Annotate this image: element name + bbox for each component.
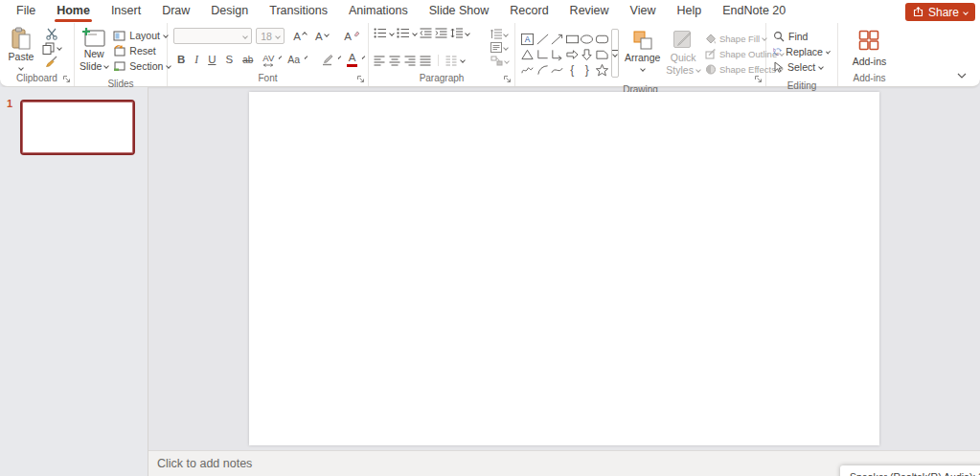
shape-elbow-connector-icon[interactable] [536,47,551,62]
bullets-button[interactable] [374,28,387,38]
quick-styles-button[interactable]: Quick Styles [663,27,703,81]
copy-button[interactable] [42,42,61,55]
numbering-button[interactable] [397,28,410,38]
shape-rounded-rectangle-icon[interactable] [595,32,610,47]
convert-smartart-button[interactable] [488,56,511,66]
arrange-button[interactable]: Arrange [622,27,663,81]
character-spacing-button[interactable]: AV [259,52,278,68]
arrange-dropdown-icon[interactable] [640,66,646,72]
shape-oval-icon[interactable] [580,32,595,47]
shape-snip-corner-rectangle-icon[interactable] [595,47,610,62]
align-right-button[interactable] [404,56,416,66]
strikethrough-button[interactable]: ab [239,54,257,66]
bullets-dropdown-icon[interactable] [389,31,395,36]
paragraph-dialog-launcher-icon[interactable] [503,75,512,83]
tab-slide-show[interactable]: Slide Show [419,0,500,23]
font-dialog-launcher-icon[interactable] [356,75,365,83]
increase-font-size-button[interactable]: A [289,30,310,43]
tab-insert[interactable]: Insert [101,0,151,23]
quick-styles-dropdown-icon[interactable] [695,67,701,73]
font-color-button[interactable]: A [343,52,361,69]
clipboard-dialog-launcher-icon[interactable] [62,75,71,83]
decrease-font-size-button[interactable]: A [311,30,332,43]
text-direction-dropdown-icon[interactable] [503,32,509,37]
section-button[interactable]: Section [113,58,171,74]
tab-animations[interactable]: Animations [338,0,419,23]
select-button[interactable]: Select [773,59,833,75]
share-dropdown-icon[interactable] [963,10,969,15]
find-button[interactable]: Find [773,29,833,44]
select-dropdown-icon[interactable] [818,64,824,70]
copy-dropdown-icon[interactable] [57,45,62,51]
drawing-dialog-launcher-icon[interactable] [754,75,763,83]
align-text-dropdown-icon[interactable] [503,45,509,51]
shape-line-icon[interactable] [536,32,551,47]
underline-button[interactable]: U [204,53,219,66]
change-case-button[interactable]: Aa [284,53,304,66]
columns-dropdown-icon[interactable] [460,57,466,63]
slide-thumbnail[interactable] [20,100,135,155]
shape-left-brace-icon[interactable]: { [565,62,581,78]
shape-gallery-more-button[interactable] [611,29,619,78]
align-text-button[interactable] [488,42,511,53]
bold-button[interactable]: B [173,53,189,66]
share-button[interactable]: Share [905,3,975,21]
character-spacing-dropdown-icon[interactable] [279,56,283,59]
shape-arc-icon[interactable] [536,62,551,78]
replace-dropdown-icon[interactable] [826,49,831,54]
tab-transitions[interactable]: Transitions [259,0,338,23]
text-direction-button[interactable] [488,29,511,39]
italic-button[interactable]: I [191,53,202,66]
new-slide-dropdown-icon[interactable] [104,63,110,69]
decrease-indent-button[interactable] [420,28,432,38]
reset-button[interactable]: Reset [113,43,171,58]
new-slide-button[interactable]: New Slide [77,25,111,78]
shape-arrow-right-icon[interactable] [565,47,581,62]
line-spacing-dropdown-icon[interactable] [465,31,470,36]
shape-arrow-down-icon[interactable] [580,47,595,62]
paste-button[interactable]: Paste [2,25,40,72]
tab-design[interactable]: Design [200,0,259,23]
shape-triangle-icon[interactable] [520,47,536,62]
clear-formatting-button[interactable]: A [340,30,364,43]
text-highlight-dropdown-icon[interactable] [338,56,342,59]
tab-help[interactable]: Help [666,0,712,23]
shape-right-brace-icon[interactable]: } [580,62,595,78]
layout-button[interactable]: Layout [113,28,171,43]
collapse-ribbon-icon[interactable] [957,73,967,79]
format-painter-button[interactable] [42,56,61,68]
shape-rectangle-icon[interactable] [565,32,581,47]
replace-button[interactable]: bc Replace [773,44,833,59]
increase-indent-button[interactable] [435,28,447,38]
text-shadow-button[interactable]: S [221,53,237,66]
tab-endnote[interactable]: EndNote 20 [712,0,796,23]
shape-scribble-icon[interactable] [520,62,536,78]
align-center-button[interactable] [389,56,400,66]
font-color-dropdown-icon[interactable] [362,56,366,59]
paste-dropdown-icon[interactable] [18,65,24,71]
tab-file[interactable]: File [6,0,46,23]
slide-editing-surface[interactable] [249,92,879,445]
align-left-button[interactable] [374,56,385,66]
shape-textbox-icon[interactable]: A [520,32,536,47]
tab-draw[interactable]: Draw [151,0,200,23]
cut-button[interactable] [42,28,61,40]
tab-record[interactable]: Record [499,0,558,23]
columns-button[interactable] [445,56,457,66]
shape-elbow-arrow-connector-icon[interactable] [550,47,565,62]
numbering-dropdown-icon[interactable] [412,31,418,36]
addins-button[interactable]: Add-ins [850,25,890,72]
line-spacing-button[interactable] [450,28,463,38]
tab-view[interactable]: View [620,0,667,23]
shape-arrow-icon[interactable] [550,32,565,47]
tab-home[interactable]: Home [46,0,101,23]
font-size-combo[interactable]: 18 [256,28,285,44]
shape-star-icon[interactable] [595,62,610,78]
justify-button[interactable] [420,56,431,66]
tab-review[interactable]: Review [559,0,620,23]
font-name-combo[interactable] [173,28,252,44]
text-highlight-button[interactable] [317,53,337,67]
convert-smartart-dropdown-icon[interactable] [504,58,510,64]
shape-curve-icon[interactable] [550,62,565,78]
change-case-dropdown-icon[interactable] [305,56,308,59]
